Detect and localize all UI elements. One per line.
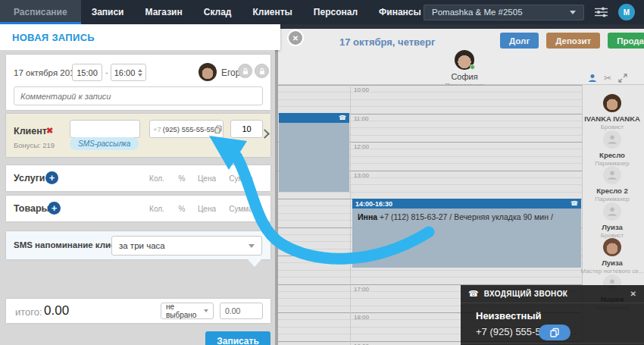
goods-column-3: Сумма	[222, 205, 260, 213]
goods-column-1: %	[172, 205, 192, 213]
caller-name: Неизвестный	[476, 310, 542, 321]
nav-tab-2[interactable]: Магазин	[135, 0, 193, 24]
save-record-button[interactable]: Записать	[205, 331, 270, 345]
person-icon	[607, 170, 617, 180]
incoming-call-popup: ☎ ВХОДЯЩИЙ ЗВОНОК ✕ Неизвестный +7 (925)…	[461, 285, 644, 345]
quarter-line	[278, 106, 582, 107]
person-icon	[607, 206, 617, 217]
quarter-line	[278, 99, 582, 100]
total-card: итого: 0.00 не выбрано 0.00	[6, 299, 270, 323]
phone-icon: ☎	[468, 289, 479, 299]
nav-tab-6[interactable]: Финансы	[368, 0, 432, 24]
add-goods-button[interactable]: +	[48, 202, 61, 215]
staff-entry-2[interactable]: Кресло 2Парикмахер	[580, 166, 644, 202]
quarter-line	[278, 92, 582, 93]
copy-icon	[550, 328, 559, 337]
staff-avatar-placeholder	[603, 130, 621, 149]
calendar-action-2[interactable]: Продажа	[608, 33, 644, 49]
app-root: 17 октября, четверг ДолгДепозитПродажа С…	[0, 0, 644, 345]
calendar-action-0[interactable]: Долг	[500, 33, 539, 49]
sms-tag: SMS-рассылка	[70, 137, 139, 150]
time-stepper[interactable]	[138, 69, 142, 77]
chevron-down-icon	[249, 244, 255, 248]
appointment-details: +7 (112) 815-63-27 / Вечерняя укладка 90…	[377, 212, 553, 221]
calendar-action-1[interactable]: Депозит	[546, 33, 600, 49]
top-nav: РасписаниеЗаписиМагазинСкладКлиентыПерсо…	[0, 0, 644, 24]
nav-tab-3[interactable]: Склад	[193, 0, 242, 24]
client-visits-input[interactable]	[230, 120, 263, 138]
nav-tabs: РасписаниеЗаписиМагазинСкладКлиентыПерсо…	[0, 0, 461, 24]
services-column-3: Сумма	[222, 174, 260, 183]
popover-tail	[248, 259, 261, 267]
modal-title: НОВАЯ ЗАПИСЬ	[12, 32, 95, 43]
lock-icon	[258, 67, 266, 75]
nav-tab-5[interactable]: Персонал	[303, 0, 368, 24]
staff-entry-3[interactable]: ЛуизаБровист	[580, 202, 644, 239]
goods-column-0: Кол.	[142, 205, 172, 213]
phone-number: (925) 555-55-55	[163, 125, 214, 133]
copy-icon[interactable]	[214, 125, 222, 133]
copy-phone-button[interactable]	[539, 325, 571, 340]
staff-entry-1[interactable]: КреслоПарикмахер	[580, 130, 644, 167]
call-close-icon[interactable]: ✕	[630, 290, 636, 298]
phone-prefix: +7	[153, 125, 161, 133]
bonus-label: Бонусы: 219	[14, 141, 55, 149]
master-name: София	[427, 72, 502, 81]
appointment-client: Инна	[358, 212, 377, 221]
staff-name: Луиза	[580, 223, 644, 231]
lock-master-button[interactable]	[255, 64, 269, 78]
add-service-button[interactable]: +	[45, 171, 58, 184]
total-value: 0.00	[44, 303, 69, 318]
goods-columns: Кол.%ЦенаСумма	[142, 196, 260, 221]
hour-line	[278, 85, 582, 86]
appointment-block-inna[interactable]: 14:00-16:30 ☎ Инна +7 (112) 815-63-27 / …	[352, 199, 581, 268]
calendar-date-title: 17 октября, четверг	[339, 36, 435, 48]
hour-label: 19:00	[354, 343, 369, 345]
appointment-body	[279, 123, 349, 192]
time-start-input[interactable]: 15:00	[72, 64, 102, 81]
lock-time-button[interactable]	[238, 64, 252, 78]
nav-tab-1[interactable]: Записи	[81, 0, 135, 24]
user-avatar[interactable]: M	[618, 4, 635, 20]
modal-close-button[interactable]: ✕	[287, 30, 304, 46]
staff-name: IVANKA IVANKA	[580, 114, 644, 123]
nav-tab-4[interactable]: Клиенты	[242, 0, 302, 24]
company-selector[interactable]: Pomashka & Me #2505	[424, 5, 584, 20]
time-separator: -	[105, 67, 108, 77]
sms-reminder-card: SMS напоминание клиенту за три часа	[6, 231, 270, 259]
master-avatar-small	[199, 63, 217, 81]
nav-tab-0[interactable]: Расписание	[0, 0, 81, 24]
staff-entry-4[interactable]: ЛуизаМастер ногтевого се...	[580, 238, 644, 274]
sms-reminder-select[interactable]: за три часа	[111, 236, 262, 256]
chevron-down-icon	[570, 11, 576, 14]
master-avatar	[455, 50, 474, 70]
phone-icon: ☎	[571, 201, 578, 207]
goods-card: Товары + Кол.%ЦенаСумма	[6, 196, 270, 221]
datetime-card: 17 октября 2019 15:00 - 16:00 Егор	[6, 55, 270, 110]
appointment-block[interactable]: ☎	[279, 113, 349, 192]
modal-header: НОВАЯ ЗАПИСЬ	[0, 24, 280, 50]
person-icon[interactable]	[588, 74, 597, 83]
filters-icon[interactable]	[595, 7, 608, 17]
scissors-icon[interactable]: ✂	[604, 74, 611, 83]
incoming-call-title: ВХОДЯЩИЙ ЗВОНОК	[484, 290, 568, 298]
client-name-input[interactable]	[70, 120, 140, 138]
calendar-action-buttons: ДолгДепозитПродажа	[500, 33, 644, 49]
fullscreen-icon[interactable]	[618, 74, 627, 83]
time-end-input[interactable]: 16:00	[111, 64, 146, 81]
services-column-0: Кол.	[142, 174, 172, 183]
person-icon	[607, 134, 617, 145]
services-label: Услуги	[14, 173, 45, 183]
payment-amount-input[interactable]: 0.00	[220, 303, 263, 319]
calendar-column-master[interactable]: София Парикмахер	[427, 50, 502, 89]
remove-client-icon[interactable]: ✖	[46, 126, 53, 136]
client-card: Клиент ✖ +7 (925) 555-55-55 Бонусы: 219 …	[6, 114, 270, 157]
client-phone-input[interactable]: +7 (925) 555-55-55	[149, 120, 224, 138]
comment-input[interactable]	[14, 86, 263, 105]
staff-entry-0[interactable]: IVANKA IVANKAБровист	[580, 94, 644, 130]
company-selector-value: Pomashka & Me #2505	[432, 8, 523, 17]
column-divider	[350, 85, 351, 345]
total-label: итого:	[15, 306, 42, 318]
services-card: Услуги + Кол.%ЦенаСумма	[6, 165, 270, 191]
payment-method-select[interactable]: не выбрано	[161, 303, 214, 319]
